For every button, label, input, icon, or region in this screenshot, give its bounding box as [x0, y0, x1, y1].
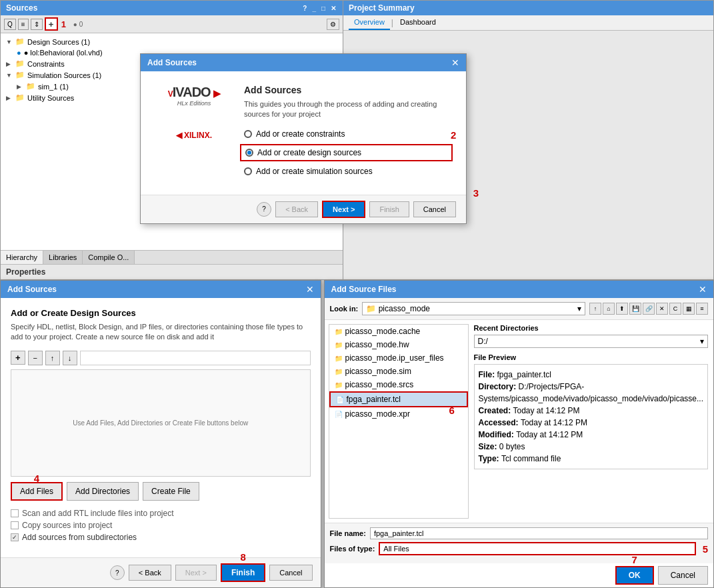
bottom-cancel-button[interactable]: Cancel	[269, 565, 312, 581]
option-constraints[interactable]: Add or create constraints	[244, 129, 453, 139]
move-up-button[interactable]: ↑	[45, 351, 60, 365]
radio-constraints[interactable]	[244, 130, 252, 138]
ok-button[interactable]: OK	[615, 566, 654, 585]
chevron-right-icon: ▶	[17, 83, 23, 90]
recent-dirs-dropdown[interactable]: D:/ ▾	[474, 335, 709, 348]
list-item-selected[interactable]: 📄 fpga_painter.tcl	[329, 391, 468, 407]
modal-help-button[interactable]: ?	[257, 202, 271, 217]
settings-button[interactable]: ⚙	[327, 19, 339, 30]
filename-input[interactable]	[370, 527, 708, 539]
bottom-back-button[interactable]: < Back	[129, 565, 171, 581]
list-item[interactable]: 📁 picasso_mode.sim	[329, 365, 468, 378]
step2-label: 2	[451, 129, 456, 141]
collapse-all-button[interactable]: ≡	[18, 19, 29, 30]
save-button[interactable]: 💾	[629, 303, 641, 315]
bottom-description: Specify HDL, netlist, Block Design, and …	[11, 322, 311, 343]
sources-max-icon[interactable]: □	[321, 5, 325, 12]
file-name: fpga_painter.tcl	[347, 395, 401, 404]
list-view-button[interactable]: ≡	[696, 303, 708, 315]
chevron-right-icon: ▶	[6, 61, 13, 67]
preview-created-value: Today at 14:12 PM	[513, 406, 580, 415]
finish-button[interactable]: Finish	[369, 201, 409, 217]
list-item[interactable]: 📁 picasso_mode.cache	[329, 325, 468, 338]
checkbox-group: Scan and add RTL include files into proj…	[11, 509, 311, 542]
asf-toolbar: ↑ ⌂ ⬆ 💾 🔗 ✕ C ▦ ≡	[589, 303, 708, 315]
asf-title-label: Add Source Files	[331, 285, 397, 294]
list-item[interactable]: 📁 picasso_mode.srcs	[329, 378, 468, 391]
simulation-sources-label: Simulation Sources (1)	[27, 71, 101, 79]
home-button[interactable]: ⌂	[603, 303, 615, 315]
tab-libraries[interactable]: Libraries	[43, 251, 83, 264]
cancel-button[interactable]: Cancel	[413, 201, 456, 217]
lol-file-label: ● lol:Behavioral (lol.vhd)	[24, 49, 103, 57]
finish-button[interactable]: Finish	[221, 563, 265, 582]
sources-title: Sources	[6, 3, 37, 13]
list-item[interactable]: 📁 picasso_mode.hw	[329, 338, 468, 351]
tab-compile[interactable]: Compile O...	[83, 251, 135, 264]
step5-label: 5	[703, 543, 708, 555]
copy-sources-checkbox-item[interactable]: Copy sources into project	[11, 521, 311, 530]
asf-right-panel: Recent Directories D:/ ▾ File Preview Fi…	[469, 320, 714, 523]
up-dir-button[interactable]: ↑	[589, 303, 601, 315]
preview-type-key: Type:	[479, 454, 501, 463]
upload-button[interactable]: ⬆	[616, 303, 628, 315]
add-files-button[interactable]: Add Files	[11, 482, 63, 501]
remove-file-button[interactable]: −	[28, 351, 43, 365]
copy-sources-checkbox[interactable]	[11, 521, 19, 529]
nav-overview[interactable]: Overview	[349, 15, 390, 30]
sources-min-icon[interactable]: _	[312, 5, 316, 12]
delete-button[interactable]: ✕	[656, 303, 668, 315]
folder-icon: 📁	[15, 37, 25, 46]
list-item[interactable]: 📄 picasso_mode.xpr	[329, 407, 468, 421]
scan-rtl-checkbox-item[interactable]: Scan and add RTL include files into proj…	[11, 509, 311, 518]
folder-icon: 📁	[15, 71, 25, 79]
radio-simulation[interactable]	[244, 167, 252, 175]
modal-close-button[interactable]: ✕	[451, 57, 459, 68]
modal-title: Add Sources	[147, 58, 197, 67]
refresh-button[interactable]: C	[669, 303, 681, 315]
asf-footer: OK 7 Cancel	[325, 563, 714, 587]
preview-accessed-key: Accessed:	[479, 418, 521, 427]
add-subdirs-checkbox-item[interactable]: ✓ Add sources from subdirectories	[11, 533, 311, 542]
add-directories-button[interactable]: Add Directories	[67, 482, 139, 501]
add-subdirs-checkbox[interactable]: ✓	[11, 533, 19, 541]
asf-close-button[interactable]: ✕	[699, 284, 707, 295]
modal-content: Add Sources This guides you through the …	[244, 85, 453, 181]
bottom-next-button[interactable]: Next >	[175, 565, 217, 581]
bottom-modal-close-button[interactable]: ✕	[306, 284, 314, 295]
tab-hierarchy[interactable]: Hierarchy	[1, 251, 43, 264]
link-button[interactable]: 🔗	[643, 303, 655, 315]
nav-dashboard[interactable]: Dashboard	[395, 15, 441, 30]
recent-dirs-label: Recent Directories	[474, 324, 709, 332]
back-button[interactable]: < Back	[275, 201, 318, 217]
constraints-label: Constraints	[27, 60, 65, 68]
option-simulation[interactable]: Add or create simulation sources	[244, 167, 453, 176]
asf-cancel-button[interactable]: Cancel	[658, 566, 708, 585]
design-sources-item[interactable]: ▼ 📁 Design Sources (1)	[3, 36, 340, 47]
create-file-button[interactable]: Create File	[143, 482, 199, 501]
modal-footer: ? < Back Next > Finish Cancel	[141, 195, 466, 223]
filetype-input[interactable]	[379, 542, 695, 555]
chevron-down-icon: ▼	[6, 72, 13, 79]
preview-type-value: Tcl command file	[501, 454, 561, 463]
scan-rtl-checkbox[interactable]	[11, 509, 19, 517]
sources-close-icon[interactable]: ✕	[331, 5, 336, 12]
list-item[interactable]: 📁 picasso_mode.ip_user_files	[329, 351, 468, 365]
option-design-sources[interactable]: Add or create design sources	[240, 144, 453, 161]
sim1-label: sim_1 (1)	[38, 83, 69, 91]
xilinx-brand: ◀ XILINX.	[176, 131, 212, 140]
refresh-button[interactable]: Q	[4, 19, 16, 30]
add-file-plus-button[interactable]: +	[11, 351, 25, 365]
bottom-heading: Add or Create Design Sources	[11, 308, 311, 318]
move-down-button[interactable]: ↓	[63, 351, 77, 365]
preview-size-key: Size:	[479, 442, 499, 451]
next-button[interactable]: Next >	[322, 201, 365, 218]
sources-help-icon[interactable]: ?	[303, 5, 307, 12]
radio-design-sources[interactable]	[245, 149, 253, 157]
add-source-button[interactable]: +	[45, 17, 58, 31]
file-list-hint: Use Add Files, Add Directories or Create…	[73, 419, 248, 427]
expand-button[interactable]: ⇕	[31, 19, 43, 30]
grid-view-button[interactable]: ▦	[683, 303, 695, 315]
asf-path-dropdown[interactable]: 📁 picasso_mode ▾	[362, 302, 585, 315]
bottom-help-button[interactable]: ?	[110, 565, 125, 580]
